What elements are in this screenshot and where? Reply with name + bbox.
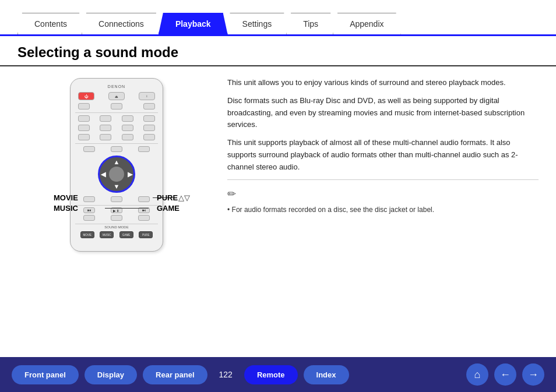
sound-btn-game: GAME — [119, 231, 133, 238]
remote-btn-f1 — [78, 134, 90, 140]
back-button[interactable]: ← — [494, 363, 516, 386]
remote-btn-f4 — [143, 134, 155, 140]
connector-right — [125, 208, 149, 209]
note-item-1: For audio formats recorded on a disc, se… — [227, 204, 434, 216]
label-pure-game: PURE GAME — [157, 193, 180, 214]
tab-tips[interactable]: Tips — [286, 13, 335, 34]
main-content: DENON ⏻ ⏏ i — [0, 66, 556, 355]
page-number: 122 — [219, 370, 233, 379]
back-arrow-icon: ← — [500, 369, 511, 381]
remote-btn-f3 — [122, 134, 133, 140]
remote-sm-3 — [138, 146, 150, 152]
remote-row-5 — [75, 134, 158, 140]
page-title: Selecting a sound mode — [0, 36, 556, 66]
remote-btn-d2 — [100, 115, 111, 122]
remote-row-3 — [75, 115, 158, 122]
remote-btn-d3 — [122, 115, 133, 122]
dpad-right: ▶ — [128, 171, 132, 178]
remote-misc-1 — [83, 215, 95, 221]
dpad-left: ◀ — [101, 171, 105, 178]
remote-body: DENON ⏻ ⏏ i — [70, 78, 163, 252]
remote-prev: ⏮ — [83, 207, 95, 213]
display-button[interactable]: Display — [85, 365, 137, 384]
tabs-bar: Contents Connections Playback Settings T… — [0, 0, 556, 36]
front-panel-button[interactable]: Front panel — [12, 365, 79, 384]
remote-btn-c — [143, 103, 155, 110]
remote-button[interactable]: Remote — [244, 365, 298, 384]
remote-btn-e4 — [143, 125, 155, 131]
paragraph-2: Disc formats such as Blu-ray Disc and DV… — [227, 95, 539, 131]
remote-btn-e2 — [100, 125, 111, 131]
label-pure: PURE — [157, 193, 180, 203]
home-button[interactable]: ⌂ — [466, 363, 488, 386]
remote-btn-d1 — [78, 115, 90, 122]
dpad: ▲ ▼ ◀ ▶ — [98, 156, 135, 193]
note-section: ✏ For audio formats recorded on a disc, … — [227, 179, 539, 216]
remote-pb-2 — [111, 196, 122, 202]
tab-playback[interactable]: Playback — [159, 13, 228, 34]
label-movie-music: MOVIE MUSIC — [54, 193, 78, 214]
remote-row-2 — [75, 103, 158, 110]
remote-misc-2 — [111, 215, 122, 221]
remote-top-brand: DENON — [75, 84, 158, 89]
remote-sm-2 — [111, 146, 122, 152]
forward-button[interactable]: → — [522, 363, 544, 386]
paragraph-3: This unit supports playback of almost al… — [227, 137, 539, 173]
label-game: GAME — [157, 203, 180, 214]
label-music: MUSIC — [54, 203, 78, 214]
dpad-container: ▲ ▼ ◀ ▶ — [75, 156, 158, 193]
remote-btn-e3 — [122, 125, 133, 131]
sound-btn-music: MUSIC — [100, 231, 114, 238]
remote-row-1: ⏻ ⏏ i — [75, 92, 158, 100]
tab-contents[interactable]: Contents — [17, 13, 84, 34]
tab-settings[interactable]: Settings — [226, 13, 289, 34]
remote-btn-power: ⏻ — [78, 92, 94, 100]
dpad-center — [109, 167, 124, 182]
remote-btn-a — [78, 103, 90, 110]
sound-mode-label-text: SOUND MODE — [75, 225, 158, 229]
forward-arrow-icon: → — [528, 369, 539, 381]
note-text: For audio formats recorded on a disc, se… — [227, 204, 434, 216]
remote-pb-1 — [83, 196, 95, 202]
dpad-up: ▲ — [114, 158, 120, 165]
remote-sm-1 — [83, 146, 95, 152]
bottom-bar: Front panel Display Rear panel 122 Remot… — [0, 357, 556, 392]
sound-btn-pure: PURE — [139, 231, 153, 238]
remote-btn-b — [111, 103, 122, 110]
remote-pb-3 — [138, 196, 150, 202]
paragraph-1: This unit allows you to enjoy various ki… — [227, 77, 539, 89]
pencil-icon: ✏ — [227, 186, 434, 203]
remote-row-4 — [75, 125, 158, 131]
remote-btn-eject: ⏏ — [108, 92, 125, 100]
remote-btn-info: i — [139, 92, 155, 100]
dpad-down: ▼ — [114, 183, 120, 190]
index-button[interactable]: Index — [304, 365, 349, 384]
sound-btn-movie: MOVIE — [80, 231, 94, 238]
tab-appendix[interactable]: Appendix — [333, 13, 400, 34]
note-column: ✏ For audio formats recorded on a disc, … — [227, 186, 434, 216]
connector-left — [105, 208, 128, 209]
remote-btn-f2 — [100, 134, 111, 140]
label-movie: MOVIE — [54, 193, 78, 203]
remote-misc-row — [75, 215, 158, 221]
remote-row-post-dpad — [75, 196, 158, 202]
rear-panel-button[interactable]: Rear panel — [143, 365, 207, 384]
text-content: This unit allows you to enjoy various ki… — [227, 72, 539, 349]
remote-misc-3 — [138, 215, 150, 221]
remote-illustration-area: DENON ⏻ ⏏ i — [17, 72, 216, 349]
remote-btn-d4 — [143, 115, 155, 122]
home-icon: ⌂ — [474, 369, 481, 381]
remote-small-row-1 — [75, 146, 158, 152]
annotation-text: △▽ — [178, 193, 190, 202]
sound-mode-row: MOVIE MUSIC GAME PURE — [75, 231, 158, 238]
remote-btn-e1 — [78, 125, 90, 131]
tab-connections[interactable]: Connections — [82, 13, 161, 34]
